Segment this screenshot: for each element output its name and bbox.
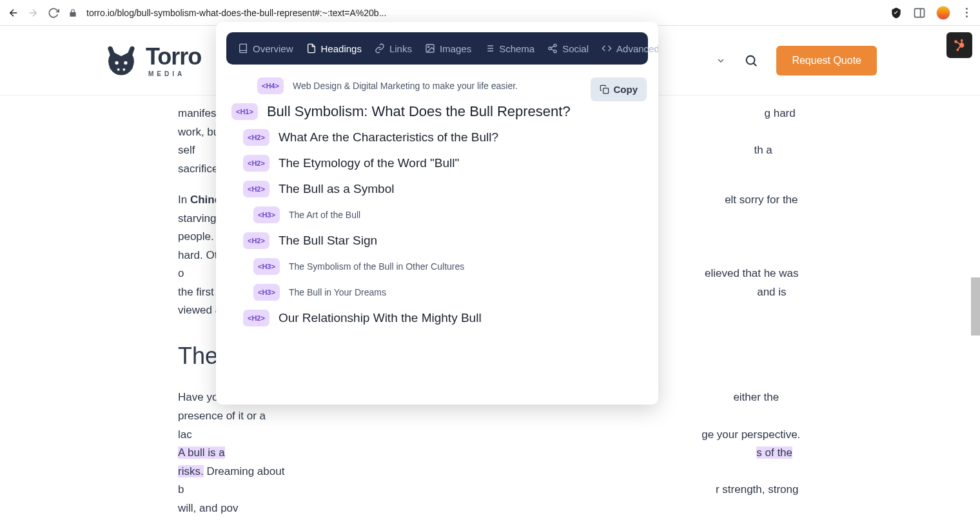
svg-point-22 <box>554 50 556 53</box>
seo-extension-panel: Overview Headings Links Images Schema So… <box>216 22 658 405</box>
back-icon[interactable] <box>8 7 19 19</box>
browser-right <box>890 6 972 20</box>
url-text[interactable]: torro.io/blog/bull-symbolism-what-does-t… <box>86 8 386 18</box>
heading-row[interactable]: <H2>What Are the Characteristics of the … <box>243 129 647 146</box>
reload-icon[interactable] <box>48 7 59 19</box>
svg-point-2 <box>115 61 118 64</box>
heading-row[interactable]: <H3>The Bull in Your Dreams <box>253 284 647 301</box>
heading-text: Our Relationship With the Mighty Bull <box>279 311 482 325</box>
tab-schema[interactable]: Schema <box>484 43 534 54</box>
svg-point-4 <box>117 68 120 70</box>
svg-point-5 <box>122 68 125 70</box>
link-icon <box>375 43 385 54</box>
heading-level-badge: <H2> <box>243 155 270 172</box>
tab-label: Advanced <box>616 43 658 54</box>
heading-row[interactable]: <H3>The Symbolism of the Bull in Other C… <box>253 258 647 275</box>
ext-tab-bar: Overview Headings Links Images Schema So… <box>226 32 648 65</box>
share-icon <box>547 43 558 54</box>
logo-text: Torro <box>146 43 201 70</box>
site-logo[interactable]: Torro MEDIA <box>103 43 201 77</box>
tab-headings[interactable]: Headings <box>306 43 362 54</box>
tab-label: Images <box>440 43 471 54</box>
tab-overview[interactable]: Overview <box>238 43 293 54</box>
svg-line-13 <box>957 42 960 44</box>
svg-point-20 <box>554 44 556 46</box>
request-quote-button[interactable]: Request Quote <box>776 46 877 75</box>
image-icon <box>425 43 435 54</box>
heading-level-badge: <H2> <box>243 310 270 326</box>
shield-icon[interactable] <box>890 6 903 19</box>
svg-rect-34 <box>603 88 608 94</box>
heading-level-badge: <H3> <box>253 284 280 301</box>
copy-icon <box>600 85 609 94</box>
list-icon <box>484 43 495 54</box>
svg-line-7 <box>754 63 757 66</box>
svg-point-16 <box>428 46 429 48</box>
sidepanel-icon[interactable] <box>913 6 926 19</box>
heading-level-badge: <H1> <box>231 103 258 120</box>
heading-level-badge: <H4> <box>257 77 284 94</box>
tab-links[interactable]: Links <box>375 43 412 54</box>
ext-headings-list: Copy <H4>Web Design & Digital Marketing … <box>216 75 658 405</box>
heading-text: The Art of the Bull <box>289 210 360 220</box>
svg-line-24 <box>551 49 554 51</box>
copy-button[interactable]: Copy <box>591 77 647 101</box>
heading-row[interactable]: <H2>Our Relationship With the Mighty Bul… <box>243 310 647 326</box>
tab-label: Schema <box>499 43 534 54</box>
tab-label: Headings <box>321 43 362 54</box>
heading-level-badge: <H2> <box>243 129 270 146</box>
svg-point-21 <box>549 47 551 50</box>
page-scrollbar[interactable] <box>971 26 980 531</box>
svg-point-6 <box>747 55 755 64</box>
hubspot-badge[interactable] <box>946 32 972 58</box>
code-icon <box>602 43 612 54</box>
svg-point-3 <box>124 61 127 64</box>
search-icon[interactable] <box>744 54 758 68</box>
svg-line-14 <box>958 47 960 49</box>
heading-row[interactable]: <H2>The Bull as a Symbol <box>243 181 647 197</box>
heading-row[interactable]: <H3>The Art of the Bull <box>253 206 647 223</box>
heading-row[interactable]: <H2>The Bull Star Sign <box>243 232 647 249</box>
heading-text: What Are the Characteristics of the Bull… <box>279 130 498 145</box>
heading-level-badge: <H3> <box>253 206 280 223</box>
svg-line-23 <box>551 46 554 48</box>
svg-point-11 <box>956 49 959 52</box>
hubspot-icon <box>952 38 966 52</box>
heading-row[interactable]: <H2>The Etymology of the Word "Bull" <box>243 155 647 172</box>
svg-point-9 <box>961 39 963 42</box>
page-scrollbar-thumb[interactable] <box>971 277 980 336</box>
lock-icon[interactable] <box>68 8 77 17</box>
heading-row[interactable]: <H1>Bull Symbolism: What Does the Bull R… <box>231 103 647 120</box>
heading-row[interactable]: <H4>Web Design & Digital Marketing to ma… <box>257 77 647 94</box>
tab-label: Overview <box>253 43 293 54</box>
heading-text: The Bull Star Sign <box>279 234 377 248</box>
heading-level-badge: <H2> <box>243 181 270 197</box>
heading-text: The Symbolism of the Bull in Other Cultu… <box>289 261 464 272</box>
chevron-down-icon[interactable] <box>716 55 726 66</box>
header-right: Request Quote <box>716 46 877 75</box>
bull-logo-icon <box>103 44 139 77</box>
svg-rect-0 <box>915 8 925 17</box>
tab-label: Links <box>389 43 412 54</box>
forward-icon[interactable] <box>27 7 39 19</box>
heading-text: Bull Symbolism: What Does the Bull Repre… <box>267 103 571 120</box>
nav-arrows <box>8 7 39 19</box>
kebab-menu-icon[interactable] <box>961 7 972 19</box>
tab-images[interactable]: Images <box>425 43 471 54</box>
profile-avatar[interactable] <box>936 6 950 20</box>
paragraph: Have yoxxxxxxxxxxxxxxxxxxxxxxxxxxxxxxxxx… <box>178 388 802 517</box>
tab-label: Social <box>562 43 589 54</box>
heading-level-badge: <H2> <box>243 232 270 249</box>
tab-social[interactable]: Social <box>547 43 589 54</box>
logo-subtext: MEDIA <box>148 70 201 77</box>
book-icon <box>238 43 248 54</box>
heading-level-badge: <H3> <box>253 258 280 275</box>
heading-text: Web Design & Digital Marketing to make y… <box>293 81 518 91</box>
tab-advanced[interactable]: Advanced <box>602 43 658 54</box>
heading-text: The Etymology of the Word "Bull" <box>279 156 459 170</box>
document-icon <box>306 43 317 54</box>
heading-text: The Bull in Your Dreams <box>289 287 386 297</box>
heading-text: The Bull as a Symbol <box>279 182 395 196</box>
